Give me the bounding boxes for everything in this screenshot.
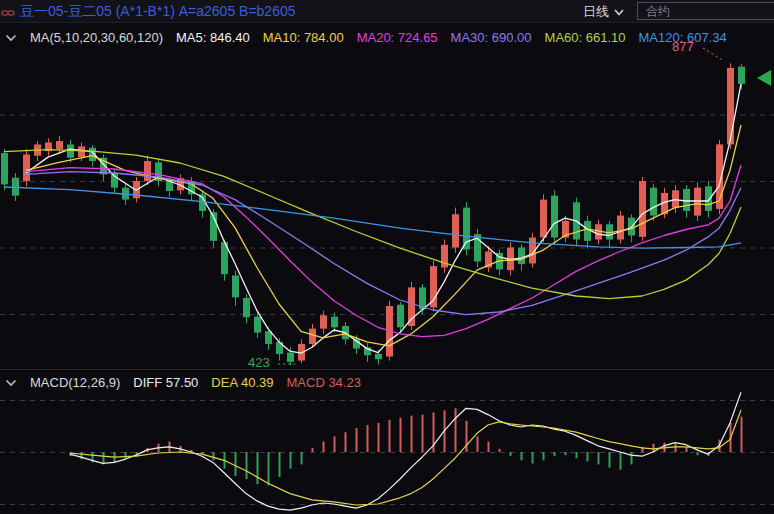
candle-body bbox=[287, 353, 294, 362]
link-icon bbox=[1, 5, 15, 23]
ma-indicator-label: MA(5,10,20,30,60,120) bbox=[30, 30, 163, 45]
collapse-chevron-icon[interactable] bbox=[5, 34, 17, 42]
ma20-value: MA20: 724.65 bbox=[357, 30, 438, 45]
collapse-chevron-icon[interactable] bbox=[5, 379, 17, 387]
dea-value: DEA 40.39 bbox=[211, 375, 273, 390]
top-bar: 豆一05-豆二05 (A*1-B*1) A=a2605 B=b2605 日线 bbox=[0, 0, 774, 23]
macd-indicator-label: MACD(12,26,9) bbox=[30, 375, 120, 390]
trading-app-window: 豆一05-豆二05 (A*1-B*1) A=a2605 B=b2605 日线 M… bbox=[0, 0, 774, 514]
candle-body bbox=[551, 196, 558, 238]
candle-body bbox=[738, 67, 745, 84]
candle-body bbox=[232, 275, 239, 297]
period-label: 日线 bbox=[583, 3, 609, 21]
period-selector[interactable]: 日线 bbox=[583, 3, 624, 21]
candle-body bbox=[56, 141, 63, 149]
candle-body bbox=[639, 181, 646, 237]
candle-body bbox=[23, 154, 30, 181]
candle-body bbox=[650, 188, 657, 216]
candle-body bbox=[672, 190, 679, 207]
chevron-down-icon bbox=[614, 9, 624, 16]
candle-body bbox=[705, 186, 712, 211]
instrument-title: 豆一05-豆二05 (A*1-B*1) A=a2605 B=b2605 bbox=[20, 3, 296, 21]
ma60-value: MA60: 661.10 bbox=[545, 30, 626, 45]
low-price-label: 423 bbox=[248, 355, 270, 370]
candle-body bbox=[518, 248, 525, 265]
macd-lines bbox=[70, 392, 741, 510]
candle-body bbox=[452, 214, 459, 247]
dea-line bbox=[70, 410, 741, 505]
candle-body bbox=[309, 329, 316, 344]
contract-search-input[interactable] bbox=[637, 2, 774, 20]
latest-price-marker bbox=[757, 70, 771, 86]
candle-body bbox=[540, 200, 547, 238]
ma-indicator-row: MA(5,10,20,30,60,120) MA5: 846.40 MA10: … bbox=[0, 30, 774, 45]
candle-body bbox=[683, 189, 690, 211]
candle-body bbox=[320, 315, 327, 328]
candle-body bbox=[727, 68, 734, 144]
candle-body bbox=[463, 208, 470, 250]
candle-body bbox=[12, 178, 19, 196]
main-chart[interactable] bbox=[0, 0, 774, 514]
candle-body bbox=[254, 317, 261, 333]
macd-value: MACD 34.23 bbox=[287, 375, 361, 390]
candle-body bbox=[430, 266, 437, 307]
candle-body bbox=[375, 354, 382, 359]
diff-line bbox=[70, 392, 741, 510]
candle-body bbox=[144, 161, 151, 181]
candles bbox=[1, 63, 745, 365]
candle-body bbox=[331, 317, 338, 328]
macd-indicator-row: MACD(12,26,9) DIFF 57.50 DEA 40.39 MACD … bbox=[0, 375, 774, 390]
ma10-value: MA10: 784.00 bbox=[263, 30, 344, 45]
candle-body bbox=[617, 216, 624, 240]
candle-body bbox=[408, 287, 415, 326]
candle-body bbox=[78, 146, 85, 157]
ma5-value: MA5: 846.40 bbox=[176, 30, 250, 45]
candle-body bbox=[243, 298, 250, 317]
ma30-value: MA30: 690.00 bbox=[451, 30, 532, 45]
high-price-label: 877 bbox=[672, 39, 694, 54]
candle-body bbox=[111, 173, 118, 188]
candle-body bbox=[397, 305, 404, 328]
candle-body bbox=[1, 153, 8, 184]
diff-value: DIFF 57.50 bbox=[133, 375, 198, 390]
